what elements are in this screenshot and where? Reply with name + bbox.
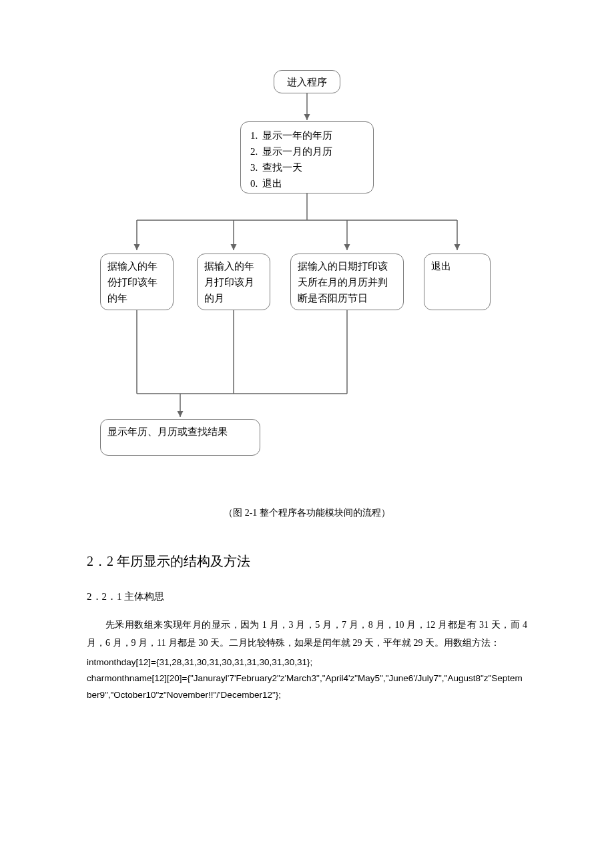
flow-menu-item: 3.查找一天 (250, 159, 364, 175)
flow-node-start: 进入程序 (274, 70, 340, 93)
flow-node-branch4-label: 退出 (431, 261, 451, 272)
flow-menu-item: 0.退出 (250, 175, 364, 191)
flow-node-branch1-label: 据输入的年份打印该年的年 (107, 261, 158, 304)
figure-caption: （图 2-1 整个程序各功能模块间的流程） (87, 507, 527, 519)
flow-menu-item: 1.显示一年的年历 (250, 127, 364, 143)
flow-node-end-label: 显示年历、月历或查找结果 (107, 424, 228, 440)
flow-menu-item: 2.显示一月的月历 (250, 143, 364, 159)
subsection-heading: 2．2．1 主体构思 (87, 590, 527, 603)
flow-node-branch2: 据输入的年月打印该月的月 (197, 254, 270, 310)
flow-node-branch3: 据输入的日期打印该天所在月的月历并判断是否阳历节日 (290, 254, 404, 310)
section-heading: 2．2 年历显示的结构及方法 (87, 552, 527, 570)
flow-node-branch4: 退出 (424, 254, 491, 310)
flow-node-menu: 1.显示一年的年历 2.显示一月的月历 3.查找一天 0.退出 (240, 121, 374, 193)
flow-node-start-label: 进入程序 (287, 74, 327, 90)
code-line: charmonthname[12][20]={"Janurayl'7'Febru… (87, 671, 527, 703)
flow-node-branch1: 据输入的年份打印该年的年 (100, 254, 174, 310)
flow-node-end: 显示年历、月历或查找结果 (100, 419, 260, 456)
flow-node-branch2-label: 据输入的年月打印该月的月 (204, 261, 254, 304)
document-page: 进入程序 1.显示一年的年历 2.显示一月的月历 3.查找一天 0.退出 据输入… (0, 0, 614, 757)
paragraph: 先釆用数组来实现年月的显示，因为 1 月，3 月，5 月，7 月，8 月，10 … (87, 616, 527, 652)
code-line: intmonthday[12]={31,28,31,30,31,30,31,31… (87, 655, 527, 671)
flow-node-branch3-label: 据输入的日期打印该天所在月的月历并判断是否阳历节日 (298, 261, 388, 304)
flowchart: 进入程序 1.显示一年的年历 2.显示一月的月历 3.查找一天 0.退出 据输入… (87, 67, 527, 480)
flow-menu-list: 1.显示一年的年历 2.显示一月的月历 3.查找一天 0.退出 (250, 127, 364, 191)
